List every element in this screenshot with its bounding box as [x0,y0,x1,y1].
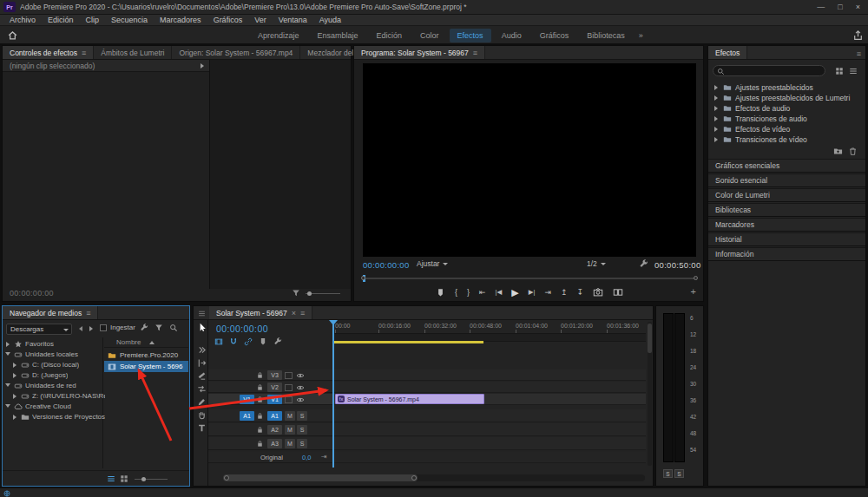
panel-menu-icon[interactable]: ≡ [86,309,90,317]
workspace-tab-aprendizaje[interactable]: Aprendizaje [250,29,307,43]
close-tab-button[interactable]: × [292,309,296,317]
snap-magnet-icon[interactable] [229,337,238,346]
extract-button[interactable]: ↧ [577,289,584,297]
menu-ver[interactable]: Ver [248,16,273,24]
track-header-a1[interactable]: A1 A1 M S [208,409,333,422]
playback-resolution-dropdown[interactable]: 1/2 [587,259,606,268]
chevron-down-icon[interactable] [5,404,10,408]
timeline-ruler[interactable]: 00:00 00:00:16:00 00:00:32:00 00:00:48:0… [333,320,646,334]
tree-item-unidades-de-red[interactable]: Unidades de red [3,381,102,391]
hand-tool[interactable] [195,409,207,421]
insert-as-nest-icon[interactable] [214,337,223,346]
source-patch-badge[interactable]: V1 [240,395,254,404]
mute-button[interactable]: M [285,425,295,435]
track-target-badge[interactable]: V2 [267,383,282,392]
back-arrow-icon[interactable] [79,326,82,331]
list-header-row[interactable]: Nombre [104,337,188,348]
vertical-scrollbar-handle[interactable] [648,324,652,353]
track-lock-icon[interactable] [256,383,264,391]
solo-right-button[interactable]: S [674,469,684,478]
track-lock-icon[interactable] [256,440,264,448]
menu-secuencia[interactable]: Secuencia [105,16,154,24]
track-lane-a1[interactable] [333,409,646,422]
step-back-button[interactable]: |◀ [496,289,503,296]
bin-efectos-de-audio[interactable]: Efectos de audio [708,103,865,113]
thumbnail-view-icon[interactable] [120,474,128,483]
sort-column-nombre[interactable]: Nombre [116,338,141,346]
tab-navegador-de-medios[interactable]: Navegador de medios ≡ [3,306,98,319]
track-lock-icon[interactable] [256,396,264,403]
workspace-tab-edicion[interactable]: Edición [369,29,411,43]
chevron-right-icon[interactable] [714,106,718,111]
solo-button[interactable]: S [297,425,307,435]
bit-depth-filter-icon[interactable] [849,67,858,75]
add-marker-icon[interactable] [436,288,445,298]
program-video-preview[interactable] [363,63,696,257]
menu-edicion[interactable]: Edición [42,16,80,24]
step-forward-button[interactable]: ▶| [529,289,536,296]
track-lane-v1[interactable]: fx Solar System - 56967.mp4 [333,394,646,405]
track-target-badge[interactable]: V3 [267,370,282,380]
chevron-right-icon[interactable] [13,394,16,399]
button-editor-plus[interactable]: + [691,286,696,297]
scrubber-end-handle[interactable] [694,276,698,280]
menu-ventana[interactable]: Ventana [273,16,313,24]
filter-icon[interactable] [155,324,163,332]
program-scrubber[interactable] [363,275,696,282]
play-button[interactable]: ▶ [511,288,518,298]
ingest-checkbox[interactable] [100,324,107,331]
workspace-overflow-button[interactable]: » [635,29,647,43]
track-lane-v2[interactable] [333,382,646,393]
tab-efectos[interactable]: Efectos [708,46,747,59]
trash-icon[interactable] [848,147,858,156]
slip-tool[interactable] [195,383,207,395]
track-visibility-eye-icon[interactable] [296,396,305,404]
workspace-tab-bibliotecas[interactable]: Bibliotecas [579,29,633,43]
forward-arrow-icon[interactable] [89,326,93,331]
panel-header-sonido-esencial[interactable]: Sonido esencial [708,173,865,187]
tab-sequence-solar-system[interactable]: Solar System - 56967 × ≡ [209,306,312,319]
solo-button[interactable]: S [297,439,307,448]
track-target-badge[interactable]: A3 [267,439,282,448]
track-lane-v3[interactable] [333,369,646,381]
new-bin-icon[interactable] [833,147,843,156]
sync-lock-toggle[interactable] [285,396,293,403]
sync-lock-toggle[interactable] [285,372,293,379]
bin-transiciones-de-audio[interactable]: Transiciones de audio [708,114,865,123]
chevron-right-icon[interactable] [13,415,16,420]
add-marker-icon[interactable] [259,337,267,346]
track-header-a3[interactable]: A3 M S [208,437,333,450]
track-lane-a2[interactable] [333,423,646,436]
bin-efectos-de-video[interactable]: Efectos de vídeo [708,124,865,134]
settings-wrench-icon[interactable] [639,259,648,269]
go-to-in-button[interactable]: ⇤ [479,289,486,297]
timeline-current-timecode[interactable]: 00:00:00:00 [216,324,268,334]
panel-header-informacion[interactable]: Información [708,247,865,261]
source-dropdown[interactable]: Descargas [6,324,72,335]
tree-item-disco-d[interactable]: D: (Juegos) [3,370,102,381]
keyframe-navigator-icon[interactable]: ⇥ [321,453,327,461]
track-lock-icon[interactable] [256,371,264,379]
panel-header-marcadores[interactable]: Marcadores [708,218,865,232]
mute-button[interactable]: M [285,439,295,448]
track-header-v2[interactable]: V2 [208,382,333,393]
file-row-solar-system-selected[interactable]: Solar System - 5696 [104,361,188,372]
accelerated-effects-filter-icon[interactable] [835,67,844,75]
bin-ajustes-preestablecidos[interactable]: Ajustes preestablecidos [708,82,865,92]
track-lane-master[interactable] [333,452,646,463]
zoom-slider[interactable] [306,293,340,294]
linked-selection-icon[interactable] [244,337,253,346]
sync-lock-toggle[interactable] [285,384,293,391]
bin-transiciones-de-video[interactable]: Transiciones de vídeo [708,134,865,144]
panel-menu-icon[interactable]: ≡ [473,49,477,57]
list-view-icon[interactable] [107,474,115,483]
chevron-right-icon[interactable] [201,63,204,69]
effects-search-box[interactable] [713,65,825,76]
comparison-view-icon[interactable] [613,287,623,298]
menu-marcadores[interactable]: Marcadores [154,16,207,24]
filter-icon[interactable] [292,289,300,298]
panel-header-color-de-lumetri[interactable]: Color de Lumetri [708,188,865,202]
menu-clip[interactable]: Clip [80,16,106,24]
timeline-clip-solar-system[interactable]: fx Solar System - 56967.mp4 [335,394,484,404]
menu-archivo[interactable]: Archivo [3,16,42,24]
